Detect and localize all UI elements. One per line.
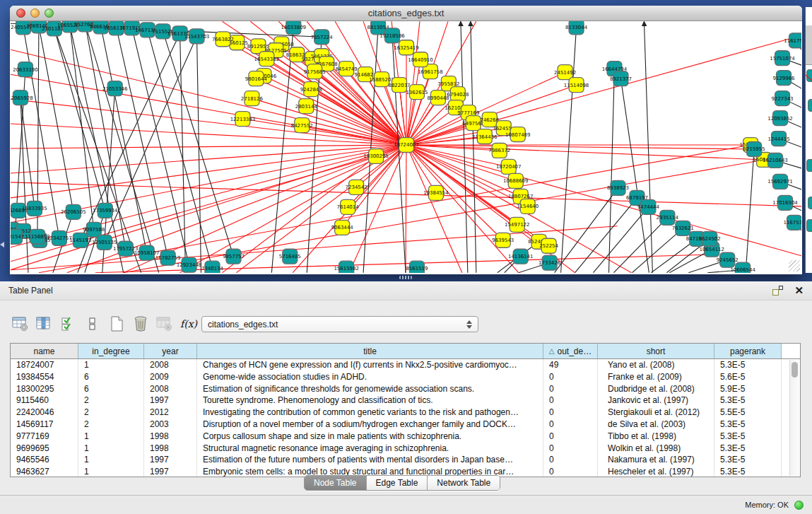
table-cell: 5.6E-5	[714, 371, 782, 383]
graph-node[interactable]: 16033809	[281, 21, 306, 35]
column-header-outde[interactable]: △out_de…	[543, 344, 598, 358]
window-titlebar[interactable]: citations_edges.txt	[10, 6, 802, 21]
memory-status-dot[interactable]	[794, 501, 804, 510]
graph-node[interactable]: 5716485	[279, 249, 301, 264]
graph-node[interactable]: 12213383	[230, 112, 255, 127]
node-label: 9639543	[492, 238, 514, 243]
window-resize-grip[interactable]	[789, 260, 800, 271]
table-cell: 0	[543, 383, 598, 395]
show-columns-icon[interactable]	[34, 314, 55, 334]
table-row[interactable]: 911546021997Tourette syndrome. Phenomeno…	[11, 395, 800, 407]
graph-node[interactable]: 17016504	[772, 195, 798, 210]
node-label: 20206505	[61, 209, 86, 215]
graph-node[interactable]: 1733426	[539, 255, 560, 270]
row-height-icon[interactable]	[82, 314, 103, 334]
graph-node[interactable]: 1167533	[783, 215, 801, 230]
graph-node[interactable]: 19384554	[423, 185, 449, 200]
float-panel-icon[interactable]	[772, 286, 783, 296]
table-cell: Hescheler et al. (1997)	[598, 466, 714, 477]
node-label: 12505135	[92, 240, 117, 245]
column-header-indegree[interactable]: in_degree	[78, 344, 144, 358]
table-row[interactable]: 969969511998Structural magnetic resonanc…	[11, 443, 800, 455]
graph-node[interactable]: 391547	[11, 229, 24, 244]
tab-node-table[interactable]: Node Table	[305, 476, 366, 490]
node-label: 9777169	[457, 110, 479, 116]
table-settings-icon[interactable]	[10, 314, 31, 334]
graph-node[interactable]: 15751074	[770, 51, 795, 66]
table-row[interactable]: 977716911998Corpus callosum shape and si…	[11, 431, 800, 443]
new-column-icon[interactable]	[106, 314, 127, 334]
node-label: 12342757	[47, 235, 71, 241]
table-cell: 5.3E-5	[714, 419, 782, 431]
node-label: 14136141	[508, 254, 533, 259]
graph-node[interactable]: 8427552	[291, 118, 313, 133]
column-header-year[interactable]: year	[144, 344, 197, 358]
graph-node[interactable]: 15615982	[334, 261, 358, 273]
table-row[interactable]: 1830029562008Estimation of significance …	[11, 383, 800, 395]
table-cell: 1998	[144, 431, 197, 443]
node-label: 12093852	[767, 116, 792, 122]
graph-node[interactable]: 9857757	[223, 249, 245, 264]
table-row[interactable]: 1938455462009Genome-wide association stu…	[11, 371, 800, 383]
table-cell: 18300295	[11, 383, 78, 395]
table-row[interactable]: 946554611997Estimation of the future num…	[11, 454, 800, 466]
split-pane-divider[interactable]	[399, 276, 412, 279]
graph-node[interactable]: 12065928	[11, 90, 33, 105]
node-label: 1362615	[406, 90, 428, 95]
function-builder-icon[interactable]: f(x)	[178, 314, 199, 334]
graph-node[interactable]: 2803144	[295, 99, 318, 114]
table-selector-dropdown[interactable]: citations_edges.txt	[201, 316, 478, 332]
table-cell: 2	[78, 395, 144, 407]
table-scrollbar[interactable]	[789, 360, 799, 476]
network-canvas[interactable]: 1872400718300295193845549660125766382289…	[11, 21, 801, 273]
select-rows-icon[interactable]	[58, 314, 79, 334]
column-header-title[interactable]: title	[197, 344, 543, 358]
node-label: 15751074	[770, 56, 795, 62]
delete-columns-icon[interactable]	[130, 314, 151, 334]
node-label: 7234542	[346, 185, 367, 190]
table-row[interactable]: 1872400712008Changes of HCN gene express…	[11, 359, 800, 371]
table-cell: 9115460	[11, 395, 78, 407]
graph-node[interactable]: 7340134	[201, 261, 224, 273]
graph-node[interactable]: 20206505	[61, 204, 86, 219]
graph-node[interactable]: 21364436	[472, 129, 497, 144]
graph-node[interactable]: 10688609	[503, 173, 528, 188]
graph-node[interactable]: 8938923	[607, 180, 629, 195]
node-label: 746266	[480, 117, 499, 123]
close-panel-icon[interactable]: ✕	[794, 286, 804, 296]
column-header-name[interactable]: name	[11, 344, 78, 358]
table-row[interactable]: 2242004622012Investigating the contribut…	[11, 407, 800, 419]
tab-edge-table[interactable]: Edge Table	[366, 476, 428, 490]
node-label: 10807489	[505, 132, 530, 138]
node-label: 18724007	[394, 143, 418, 148]
scrollbar-thumb[interactable]	[792, 362, 798, 378]
graph-node[interactable]: 12093852	[767, 111, 792, 126]
graph-node[interactable]: 9227343	[772, 91, 794, 106]
node-label: 1154640	[517, 204, 539, 209]
graph-node[interactable]: 1244415	[768, 132, 790, 146]
table-row[interactable]: 1456911722003Disruption of a novel membe…	[11, 419, 800, 431]
graph-node[interactable]: 7857224	[311, 30, 334, 45]
graph-node[interactable]: 2718126	[241, 91, 263, 106]
node-label: 20633190	[13, 67, 37, 73]
node-label: 9129966	[773, 76, 795, 81]
table-cell: 0	[543, 371, 598, 383]
graph-node[interactable]: 20633190	[13, 62, 37, 77]
tab-network-table[interactable]: Network Table	[427, 476, 500, 490]
graph-node[interactable]: 8133044	[565, 21, 588, 35]
graph-node[interactable]: 7986372	[488, 144, 510, 158]
graph-node[interactable]: 252254	[539, 238, 558, 253]
table-cell: Franke et al. (2009)	[598, 371, 714, 383]
graph-node[interactable]: 15692971	[767, 174, 792, 189]
table-cell: 6	[78, 383, 144, 395]
column-header-pagerank[interactable]: pagerank	[714, 344, 782, 358]
dropdown-spinner-icon	[466, 320, 472, 329]
graph-node[interactable]: 11617534	[784, 33, 801, 48]
graph-node[interactable]: 9129966	[773, 71, 795, 86]
hide-panel-arrow[interactable]	[0, 242, 4, 247]
column-header-short[interactable]: short	[598, 344, 714, 358]
node-label: 17359934	[93, 208, 118, 214]
node-label: 9474444	[637, 204, 660, 210]
graph-node[interactable]: 9245652	[717, 252, 739, 267]
graph-node[interactable]: 18720407	[496, 159, 521, 174]
